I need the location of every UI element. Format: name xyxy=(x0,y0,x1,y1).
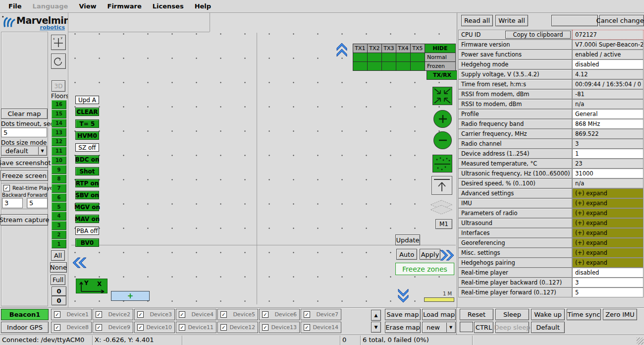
floor-button-9[interactable]: 9 xyxy=(52,165,66,174)
floor-button-6[interactable]: 6 xyxy=(52,193,66,202)
param-value-hedgehog-mode[interactable]: disabled xyxy=(572,59,644,69)
checkbox-icon[interactable]: ✓ xyxy=(304,311,310,318)
default-button[interactable]: Default xyxy=(531,322,565,333)
map-cmd-sbv-on[interactable]: SBV on xyxy=(75,191,99,199)
add-button[interactable]: + xyxy=(111,291,150,301)
tx-cell-r2-c4[interactable] xyxy=(396,61,411,71)
apply-button[interactable]: Apply xyxy=(420,249,440,260)
param-value-misc-settings[interactable]: (+) expand xyxy=(572,248,644,258)
menu-help[interactable]: Help xyxy=(189,2,216,10)
device-toggle-device1[interactable]: ✓Device1 xyxy=(51,309,92,320)
tx-hide-button[interactable]: HIDE xyxy=(425,44,456,53)
collapse-left-icon[interactable] xyxy=(71,256,86,269)
dots-size-select[interactable]: default ▼ xyxy=(1,146,47,156)
checkbox-icon[interactable]: ✓ xyxy=(220,324,227,331)
map-cmd-mgv-on[interactable]: MGV on xyxy=(75,203,99,211)
param-value-real-time-player[interactable]: disabled xyxy=(572,268,644,278)
tx-header-tx5[interactable]: TX5 xyxy=(410,44,425,53)
update-button[interactable]: Update xyxy=(395,234,420,245)
tx-cell-r1-c2[interactable] xyxy=(367,53,382,62)
axis-orientation-icon[interactable]: Y X xyxy=(76,279,107,293)
map-cmd-t-5[interactable]: T= 5 xyxy=(75,119,99,128)
device-toggle-device4[interactable]: ✓Device4 xyxy=(176,309,216,320)
map-select[interactable]: new ▼ xyxy=(422,322,456,333)
zoom-in-icon[interactable] xyxy=(433,110,452,128)
scroll-up-button[interactable]: ▲ xyxy=(371,310,381,321)
tx-cell-r1-c3[interactable] xyxy=(381,53,396,62)
stream-capture-button[interactable]: Stream capture xyxy=(0,214,48,226)
tx-cell-r2-c1[interactable] xyxy=(353,61,368,71)
map-cmd-shot[interactable]: Shot xyxy=(75,167,99,175)
time-sync-button[interactable]: Time sync xyxy=(567,309,601,320)
chevron-down-icon[interactable]: ▼ xyxy=(38,147,46,155)
floor-button-1[interactable]: 1 xyxy=(52,239,66,248)
tx-cell-r2-c3[interactable] xyxy=(381,61,396,71)
resize-grip[interactable] xyxy=(637,338,644,345)
tx-cell-r2-c5[interactable] xyxy=(410,61,425,71)
map-cmd-pba-off[interactable]: PBA off xyxy=(75,227,99,235)
checkbox-icon[interactable]: ✓ xyxy=(304,324,310,331)
sleep-button[interactable]: Sleep xyxy=(495,309,529,320)
floor-button-12[interactable]: 12 xyxy=(52,137,66,146)
device-toggle-device13[interactable]: ✓Device13 xyxy=(259,322,300,333)
param-value-advanced-settings[interactable]: (+) expand xyxy=(572,188,644,198)
menu-view[interactable]: View xyxy=(73,2,102,10)
tx-frozen-label[interactable]: Frozen xyxy=(425,61,456,71)
deep-sleep-button[interactable]: Deep sleep xyxy=(495,322,529,333)
backward-input[interactable]: 3 xyxy=(2,198,23,208)
checkbox-icon[interactable]: ✓ xyxy=(179,311,185,318)
tx-cell-r1-c5[interactable] xyxy=(410,53,425,62)
move-to-top-icon[interactable] xyxy=(431,176,452,195)
param-value-cpu-id[interactable]: 072127 xyxy=(572,30,644,40)
dots-timeout-input[interactable]: 5 xyxy=(1,127,47,137)
dots-display-icon[interactable] xyxy=(432,155,452,172)
map-cmd-hvm0[interactable]: HVM0 xyxy=(75,131,99,140)
zoom-out-icon[interactable] xyxy=(433,131,452,149)
freeze-zones-button[interactable]: Freeze zones xyxy=(395,263,454,275)
param-value-real-time-player-backward-0-127[interactable]: 3 xyxy=(572,278,644,288)
device-toggle-device9[interactable]: ✓Device9 xyxy=(93,322,133,333)
param-value-parameters-of-radio[interactable]: (+) expand xyxy=(572,208,644,218)
clear-map-button[interactable]: Clear map xyxy=(1,109,48,119)
map-cmd-rtp-on[interactable]: RTP on xyxy=(75,179,99,187)
scroll-down-button[interactable]: ▼ xyxy=(371,322,381,333)
device-toggle-device10[interactable]: ✓Device10 xyxy=(134,322,175,333)
tx-cell-r1-c4[interactable] xyxy=(396,53,411,62)
param-value-radio-frequency-band[interactable]: 868 MHz xyxy=(572,119,644,129)
map-cmd-bv0[interactable]: BV0 xyxy=(75,238,99,247)
load-map-button[interactable]: Load map xyxy=(422,309,456,320)
floors-full-button[interactable]: Full xyxy=(51,275,65,285)
cancel-changes-button[interactable]: Cancel changes xyxy=(599,15,644,26)
chevron-down-icon[interactable]: ▼ xyxy=(446,323,455,332)
device-toggle-device5[interactable]: ✓Device5 xyxy=(217,309,258,320)
copy-to-clipboard-button[interactable]: Copy to clipboard xyxy=(505,31,571,39)
floor-button-5[interactable]: 5 xyxy=(52,202,66,211)
expand-right-icon[interactable] xyxy=(440,249,455,262)
checkbox-icon[interactable]: ✓ xyxy=(137,324,144,331)
param-value-georeferencing[interactable]: (+) expand xyxy=(572,238,644,248)
write-all-button[interactable]: Write all xyxy=(495,15,528,26)
forward-input[interactable]: 5 xyxy=(27,198,48,208)
menu-language[interactable]: Language xyxy=(27,2,74,10)
wake-up-button[interactable]: Wake up xyxy=(531,309,565,320)
reset-button[interactable]: Reset xyxy=(460,309,493,320)
axes-crosshair-icon[interactable]: x y xyxy=(51,35,66,50)
menu-firmware[interactable]: Firmware xyxy=(102,2,147,10)
param-value-profile[interactable]: General xyxy=(572,109,644,119)
map-cmd-mav-on[interactable]: MAV on xyxy=(75,215,99,223)
tx-header-tx2[interactable]: TX2 xyxy=(367,44,382,53)
device-toggle-device3[interactable]: ✓Device3 xyxy=(134,309,175,320)
save-map-button[interactable]: Save map xyxy=(385,309,421,320)
view-3d-button[interactable]: 3D xyxy=(52,80,65,92)
floor-button-10[interactable]: 10 xyxy=(52,156,66,165)
checkbox-icon[interactable]: ✓ xyxy=(96,311,102,318)
param-value-hedgehogs-pairing[interactable]: (+) expand xyxy=(572,258,644,268)
param-value-imu[interactable]: (+) expand xyxy=(572,198,644,208)
map-cmd-clear[interactable]: CLEAR xyxy=(75,108,99,116)
map-cmd-sz-off[interactable]: SZ off xyxy=(75,143,99,152)
layers-icon[interactable] xyxy=(429,198,454,218)
fit-to-screen-icon[interactable] xyxy=(432,87,452,105)
read-all-button[interactable]: Read all xyxy=(461,15,493,26)
erase-map-button[interactable]: Erase map xyxy=(385,322,421,333)
checkbox-icon[interactable]: ✓ xyxy=(54,311,60,318)
